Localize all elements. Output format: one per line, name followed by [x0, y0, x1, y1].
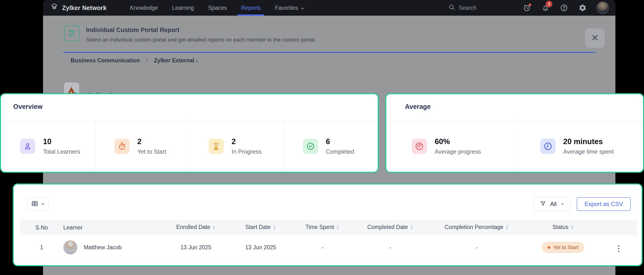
cell-completed-date: - — [353, 235, 428, 259]
help-button[interactable] — [559, 3, 569, 13]
stat-label: Total Learners — [43, 148, 80, 155]
col-completion-percentage[interactable]: Completion Percentage — [428, 220, 526, 235]
top-nav: Zylker Network Knowledge Learning Spaces… — [43, 0, 616, 16]
learners-table: S.No Learner Enrolled Date Start Date Ti… — [20, 220, 637, 259]
learner-cell[interactable]: Matthew Jacob — [63, 240, 162, 254]
hourglass-icon — [208, 139, 224, 154]
notification-badge: 3 — [546, 1, 552, 7]
col-actions — [600, 220, 637, 235]
row-menu-button[interactable] — [616, 244, 621, 253]
stat-label: Average progress — [435, 148, 481, 155]
sort-icon[interactable] — [571, 225, 574, 231]
brand-name: Zylker Network — [62, 5, 106, 12]
search-label: Search — [459, 5, 476, 11]
average-title: Average — [386, 94, 643, 111]
stat-label: Yet to Start — [138, 148, 166, 155]
breadcrumb: Business Communication / Zylker External — [63, 52, 596, 69]
report-icon — [64, 26, 80, 41]
settings-button[interactable] — [578, 3, 588, 13]
clock-icon — [540, 139, 556, 154]
stat-label: In Progress — [232, 148, 262, 155]
breadcrumb-parent[interactable]: Business Communication — [71, 57, 140, 64]
filter-dropdown[interactable]: All — [534, 197, 570, 211]
chevron-down-icon — [41, 202, 45, 206]
stat-yet-to-start: 2 Yet to Start — [95, 121, 190, 172]
sort-icon[interactable] — [336, 225, 339, 231]
page-title: Individual Custom Portal Report — [86, 27, 316, 34]
nav-item-learning[interactable]: Learning — [172, 0, 194, 16]
seal-check-icon — [303, 139, 318, 154]
chevron-down-icon — [195, 57, 199, 64]
table-header-row: S.No Learner Enrolled Date Start Date Ti… — [20, 220, 637, 235]
nav-item-spaces[interactable]: Spaces — [208, 0, 227, 16]
stat-value: 2 — [232, 137, 262, 146]
user-avatar[interactable] — [596, 2, 609, 14]
sort-icon[interactable] — [410, 225, 413, 231]
cell-completion-percentage: - — [428, 235, 526, 259]
sort-icon[interactable] — [506, 225, 509, 231]
gauge-icon — [412, 139, 427, 154]
report-header-text: Individual Custom Portal Report Select a… — [86, 26, 316, 43]
stat-completed: 6 Completed — [284, 121, 378, 172]
overview-card: Overview 10 Total Learners 2 Yet to Star… — [0, 93, 379, 173]
overview-title: Overview — [1, 94, 378, 111]
status-dot-icon — [548, 246, 550, 249]
col-time-spent[interactable]: Time Spent — [292, 220, 353, 235]
stat-total-learners: 10 Total Learners — [1, 121, 95, 172]
stat-average-progress: 60% Average progress — [386, 121, 515, 172]
table-view-button[interactable] — [28, 197, 48, 211]
stat-value: 6 — [326, 137, 354, 146]
sort-icon[interactable] — [273, 225, 276, 231]
nav-item-reports[interactable]: Reports — [241, 0, 261, 16]
col-start-date[interactable]: Start Date — [230, 220, 292, 235]
search-icon — [448, 4, 455, 12]
person-icon — [20, 139, 35, 154]
chevron-down-icon — [300, 0, 304, 16]
nav-item-knowledge[interactable]: Knowledge — [130, 0, 158, 16]
brand-logo-icon — [50, 3, 59, 13]
export-csv-button[interactable]: Export as CSV — [577, 197, 631, 211]
col-sno: S.No — [20, 220, 63, 235]
stat-average-time: 20 minutes Average time spent — [515, 121, 643, 172]
nav-menu: Knowledge Learning Spaces Reports Favori… — [130, 0, 304, 16]
sort-icon[interactable] — [212, 225, 216, 231]
stat-value: 2 — [138, 137, 166, 146]
breadcrumb-current-dropdown[interactable]: Zylker External — [154, 57, 199, 64]
table-toolbar: All Export as CSV — [14, 184, 642, 211]
notifications-button[interactable]: 3 — [540, 3, 550, 13]
stat-label: Completed — [326, 148, 354, 155]
nav-item-favorites[interactable]: Favorites — [275, 0, 305, 16]
stat-label: Average time spent — [563, 148, 614, 155]
col-status[interactable]: Status — [526, 220, 600, 235]
filter-label: All — [550, 201, 557, 207]
stat-value: 60% — [435, 137, 481, 146]
table-grid-icon — [31, 200, 38, 208]
stat-in-progress: 2 In Progress — [189, 121, 284, 172]
learner-avatar — [63, 240, 78, 254]
page-subtitle: Select an individual custom portal and g… — [86, 37, 316, 43]
breadcrumb-separator: / — [146, 58, 148, 64]
learner-name: Matthew Jacob — [84, 244, 122, 251]
stat-value: 20 minutes — [563, 137, 614, 146]
average-stats: 60% Average progress 20 minutes Average … — [386, 120, 643, 172]
report-header: Individual Custom Portal Report Select a… — [64, 26, 316, 43]
reminders-button[interactable] — [522, 3, 532, 13]
search-input[interactable]: Search — [448, 4, 476, 12]
cell-time-spent: - — [292, 235, 353, 259]
chevron-down-icon — [561, 202, 564, 206]
table-actions: All Export as CSV — [534, 197, 631, 211]
col-completed-date[interactable]: Completed Date — [353, 220, 428, 235]
stopwatch-icon — [114, 139, 130, 154]
overview-stats: 10 Total Learners 2 Yet to Start 2 In Pr… — [1, 120, 378, 172]
status-badge: Yet to Start — [542, 242, 584, 253]
filter-icon — [540, 200, 546, 208]
reminder-dot — [528, 4, 531, 6]
average-card: Average 60% Average progress 20 minutes … — [385, 93, 644, 173]
table-row[interactable]: 1 Matthew Jacob 13 Jun 2025 13 Jun 2025 … — [20, 235, 637, 259]
close-icon — [591, 34, 598, 42]
close-button[interactable] — [585, 28, 605, 48]
learners-table-card: All Export as CSV S.No Learner Enrolled … — [13, 183, 642, 266]
nav-right: Search 3 — [448, 2, 609, 14]
brand[interactable]: Zylker Network — [50, 3, 106, 13]
col-enrolled-date[interactable]: Enrolled Date — [162, 220, 230, 235]
